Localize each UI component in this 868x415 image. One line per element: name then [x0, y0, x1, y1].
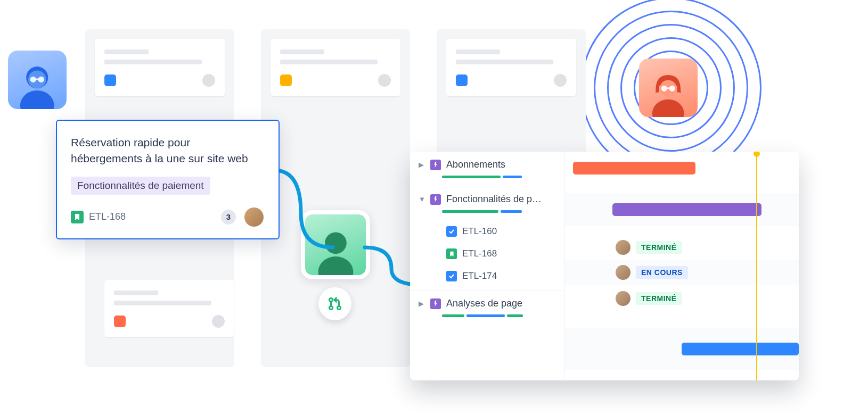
svg-point-11 — [325, 233, 347, 254]
gantt-bar[interactable] — [573, 162, 695, 175]
epic-icon — [430, 160, 441, 170]
roadmap-panel: ▶ Abonnements ▼ Fonctionnalités de p… E — [410, 152, 799, 380]
status-chip-done: TERMINÉ — [636, 292, 682, 305]
persona-avatar-green — [301, 210, 370, 279]
story-epic-tag[interactable]: Fonctionnalités de paiement — [71, 177, 210, 195]
pull-request-icon[interactable] — [318, 287, 351, 320]
svg-point-5 — [20, 90, 54, 109]
task-status: TERMINÉ — [616, 291, 682, 306]
story-points-badge: 3 — [221, 210, 236, 225]
chevron-right-icon[interactable]: ▶ — [419, 300, 425, 308]
issue-key: ETL-160 — [462, 226, 497, 237]
roadmap-tree: ▶ Abonnements ▼ Fonctionnalités de p… E — [410, 152, 564, 380]
chevron-down-icon[interactable]: ▼ — [419, 195, 425, 203]
epic-name: Abonnements — [446, 159, 554, 170]
epic-row[interactable]: ▼ Fonctionnalités de p… — [410, 186, 564, 220]
issue-key: ETL-174 — [462, 271, 497, 281]
card-skeleton[interactable] — [95, 39, 225, 96]
task-status: EN COURS — [616, 265, 688, 280]
issue-key[interactable]: ETL-168 — [89, 211, 126, 222]
story-title: Réservation rapide pour hébergements à l… — [71, 135, 265, 167]
epic-name: Analyses de page — [446, 298, 554, 309]
epic-progress — [442, 176, 554, 178]
assignee-avatar[interactable] — [616, 291, 630, 306]
card-skeleton[interactable] — [271, 39, 400, 96]
epic-progress — [442, 314, 554, 317]
assignee-avatar[interactable] — [243, 206, 265, 228]
bookmark-icon — [446, 248, 457, 259]
svg-point-10 — [652, 99, 684, 117]
assignee-avatar[interactable] — [616, 240, 630, 255]
persona-avatar-blue — [8, 51, 67, 109]
svg-point-12 — [318, 256, 353, 275]
task-status: TERMINÉ — [616, 240, 682, 255]
status-chip-done: TERMINÉ — [636, 241, 682, 254]
svg-rect-9 — [666, 87, 670, 89]
epic-icon — [430, 194, 441, 205]
issue-key: ETL-168 — [462, 248, 497, 259]
gantt-area[interactable]: TERMINÉ EN COURS TERMINÉ — [564, 152, 799, 380]
epic-icon — [430, 298, 441, 309]
status-chip-progress: EN COURS — [636, 266, 688, 279]
epic-progress — [442, 210, 554, 213]
bookmark-icon — [71, 211, 84, 223]
gantt-bar[interactable] — [612, 203, 761, 216]
epic-row[interactable]: ▶ Analyses de page — [410, 290, 564, 325]
task-row[interactable]: ETL-160 — [410, 220, 564, 243]
gantt-bar[interactable] — [682, 343, 799, 355]
task-check-icon — [446, 271, 457, 281]
card-skeleton[interactable] — [446, 39, 576, 96]
chevron-right-icon[interactable]: ▶ — [419, 161, 425, 169]
task-row[interactable]: ETL-174 — [410, 265, 564, 290]
epic-row[interactable]: ▶ Abonnements — [410, 152, 564, 186]
epic-name: Fonctionnalités de p… — [446, 194, 554, 205]
assignee-avatar[interactable] — [616, 265, 630, 280]
today-marker — [756, 152, 757, 380]
persona-avatar-red — [639, 59, 698, 117]
story-card[interactable]: Réservation rapide pour hébergements à l… — [56, 120, 280, 239]
task-check-icon — [446, 226, 457, 237]
task-row[interactable]: ETL-168 — [410, 243, 564, 265]
svg-rect-4 — [35, 78, 39, 80]
card-skeleton[interactable] — [104, 280, 234, 337]
